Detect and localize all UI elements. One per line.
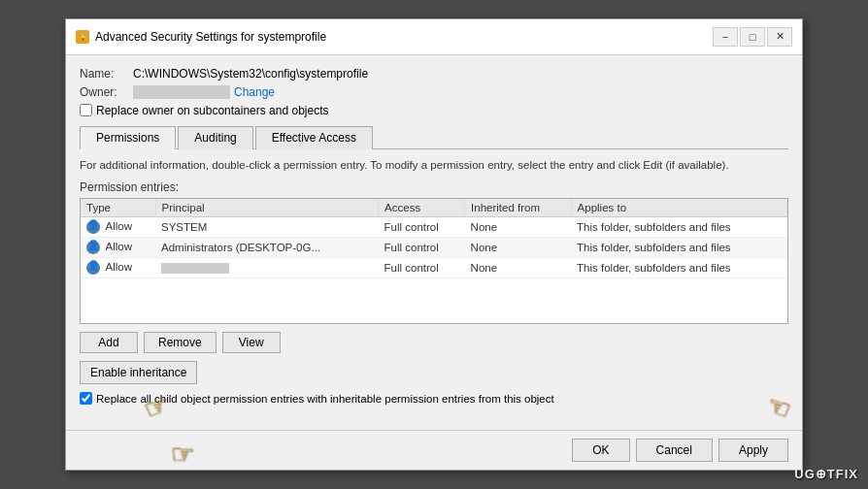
- row3-type: Allow: [81, 258, 155, 278]
- row3-access: Full control: [379, 258, 465, 278]
- row3-applies: This folder, subfolders and files: [571, 258, 786, 278]
- row1-access: Full control: [379, 217, 465, 238]
- cancel-button[interactable]: Cancel: [636, 439, 713, 462]
- ok-button[interactable]: OK: [572, 439, 629, 462]
- name-value: C:\WINDOWS\System32\config\systemprofile: [133, 67, 368, 81]
- apply-button[interactable]: Apply: [718, 439, 788, 462]
- col-access: Access: [379, 199, 465, 217]
- close-button[interactable]: ✕: [767, 27, 792, 47]
- row3-inherited: None: [465, 258, 571, 278]
- view-button[interactable]: View: [222, 332, 281, 353]
- title-bar: 🔒 Advanced Security Settings for systemp…: [66, 19, 802, 55]
- col-inherited: Inherited from: [465, 199, 571, 217]
- minimize-button[interactable]: −: [713, 27, 738, 47]
- replace-owner-checkbox[interactable]: [80, 104, 92, 116]
- user-icon: [86, 241, 100, 254]
- replace-child-checkbox[interactable]: [80, 392, 92, 405]
- advanced-security-dialog: 🔒 Advanced Security Settings for systemp…: [65, 18, 803, 471]
- col-type: Type: [81, 199, 155, 217]
- row1-inherited: None: [465, 217, 571, 238]
- col-applies: Applies to: [571, 199, 786, 217]
- row2-access: Full control: [379, 238, 465, 258]
- remove-button[interactable]: Remove: [144, 332, 217, 353]
- replace-owner-row: Replace owner on subcontainers and objec…: [80, 104, 788, 117]
- row1-applies: This folder, subfolders and files: [571, 217, 786, 238]
- action-buttons: Add Remove View: [80, 332, 788, 353]
- user-icon: [86, 261, 100, 275]
- name-label: Name:: [80, 67, 133, 81]
- row3-principal-placeholder: [161, 263, 229, 274]
- table-header-row: Type Principal Access Inherited from App…: [81, 199, 787, 217]
- row1-principal: SYSTEM: [155, 217, 379, 238]
- tab-auditing[interactable]: Auditing: [178, 126, 252, 149]
- replace-child-label: Replace all child object permission entr…: [96, 393, 554, 405]
- table-row[interactable]: Allow Administrators (DESKTOP-0G... Full…: [81, 238, 787, 258]
- change-link[interactable]: Change: [234, 85, 275, 99]
- owner-placeholder-block: [133, 85, 230, 99]
- dialog-body: Name: C:\WINDOWS\System32\config\systemp…: [66, 55, 802, 430]
- replace-child-row: Replace all child object permission entr…: [80, 392, 788, 405]
- tab-effective-access[interactable]: Effective Access: [255, 126, 373, 149]
- owner-label: Owner:: [80, 85, 133, 99]
- row1-type: Allow: [81, 217, 155, 238]
- title-controls: − □ ✕: [713, 27, 792, 47]
- entries-label: Permission entries:: [80, 180, 788, 194]
- add-button[interactable]: Add: [80, 332, 138, 353]
- owner-row: Owner: Change: [80, 85, 788, 99]
- row2-applies: This folder, subfolders and files: [571, 238, 786, 258]
- user-icon: [86, 220, 100, 234]
- table-row[interactable]: Allow Full control None This folder, sub…: [81, 258, 787, 278]
- dialog-icon: 🔒: [76, 30, 89, 44]
- permission-entries-table[interactable]: Type Principal Access Inherited from App…: [80, 198, 788, 324]
- dialog-footer: OK Cancel Apply: [66, 430, 802, 470]
- title-bar-left: 🔒 Advanced Security Settings for systemp…: [76, 30, 326, 44]
- description-text: For additional information, double-click…: [80, 157, 788, 173]
- tab-permissions[interactable]: Permissions: [80, 126, 176, 149]
- table-row[interactable]: Allow SYSTEM Full control None This fold…: [81, 217, 787, 238]
- row2-inherited: None: [465, 238, 571, 258]
- row3-principal: [155, 258, 379, 278]
- enable-inheritance-button[interactable]: Enable inheritance: [80, 361, 197, 384]
- dialog-title: Advanced Security Settings for systempro…: [95, 30, 326, 44]
- tabs: Permissions Auditing Effective Access: [80, 125, 788, 149]
- row2-principal: Administrators (DESKTOP-0G...: [155, 238, 379, 258]
- name-row: Name: C:\WINDOWS\System32\config\systemp…: [80, 67, 788, 81]
- row2-type: Allow: [81, 238, 155, 258]
- col-principal: Principal: [155, 199, 379, 217]
- replace-owner-label: Replace owner on subcontainers and objec…: [96, 104, 328, 117]
- maximize-button[interactable]: □: [740, 27, 765, 47]
- watermark: UG⊕TFIX: [794, 467, 858, 481]
